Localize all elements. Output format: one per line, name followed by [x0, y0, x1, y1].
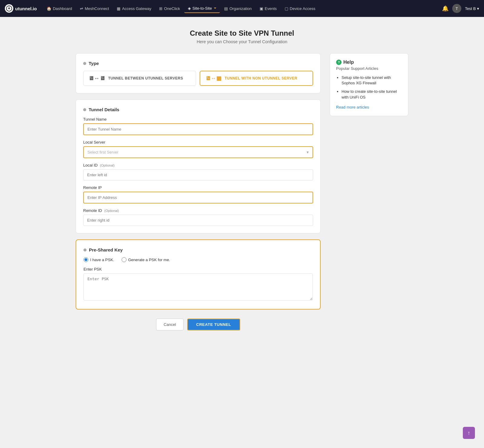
type-option-utunnel[interactable]: 🖥↔🖥 TUNNEL BETWEEN UTUNNEL SERVERS — [83, 71, 196, 86]
page-header: Create Site to Site VPN Tunnel Here you … — [190, 29, 294, 44]
nav-item-meshconnect[interactable]: ⇌ MeshConnect — [76, 5, 113, 13]
local-id-label: Local ID (Optional) — [83, 163, 313, 167]
psk-input-group: Enter PSK — [83, 267, 313, 302]
site-to-site-icon: ◈ — [188, 6, 191, 11]
nav-item-device-access[interactable]: ▢ Device Access — [281, 5, 319, 13]
help-article-1: Setup site-to-site tunnel with Sophos XG… — [342, 75, 402, 86]
scroll-up-arrow-icon: ↑ — [468, 430, 470, 436]
help-article-2: How to create site-to-site tunnel with U… — [342, 89, 402, 100]
read-more-link[interactable]: Read more articles — [336, 105, 369, 109]
notifications-icon[interactable]: 🔔 — [442, 5, 449, 12]
page-title: Create Site to Site VPN Tunnel — [190, 29, 294, 37]
psk-card: Pre-Shared Key I have a PSK. Generate a … — [76, 239, 321, 310]
local-server-select[interactable]: Select first Server — [83, 146, 313, 158]
remote-ip-input[interactable] — [83, 192, 313, 203]
logo-text: utunnel.io — [15, 6, 37, 11]
form-actions: Cancel CREATE TUNNEL — [76, 319, 321, 330]
nav-item-site-to-site[interactable]: ◈ Site-to-Site — [184, 4, 220, 13]
radio-generate-psk[interactable]: Generate a PSK for me. — [122, 257, 170, 262]
remote-id-input[interactable] — [83, 215, 313, 226]
user-dropdown-icon: ▾ — [477, 6, 479, 11]
nav-items: 🏠 Dashboard ⇌ MeshConnect ▦ Access Gatew… — [43, 4, 442, 13]
meshconnect-icon: ⇌ — [80, 6, 83, 11]
help-title: ? Help — [336, 60, 402, 65]
type-dot — [83, 62, 86, 65]
help-articles-list: Setup site-to-site tunnel with Sophos XG… — [336, 75, 402, 100]
nav-item-dashboard[interactable]: 🏠 Dashboard — [43, 5, 76, 13]
type-section-title: Type — [83, 61, 313, 66]
type-card: Type 🖥↔🖥 TUNNEL BETWEEN UTUNNEL SERVERS … — [76, 53, 321, 93]
radio-have-psk[interactable]: I have a PSK. — [83, 257, 114, 262]
page-content: Create Site to Site VPN Tunnel Here you … — [0, 17, 484, 349]
local-server-select-wrapper: Select first Server ▼ — [83, 146, 313, 158]
nav-user-label[interactable]: Test B ▾ — [465, 6, 479, 11]
psk-textarea[interactable] — [83, 273, 313, 300]
nav-item-events[interactable]: ▣ Events — [256, 5, 280, 13]
radio-generate-psk-input[interactable] — [122, 257, 126, 262]
psk-radio-options: I have a PSK. Generate a PSK for me. — [83, 257, 313, 262]
remote-id-label: Remote ID (Optional) — [83, 208, 313, 213]
tunnel-details-card: Tunnel Details Tunnel Name Local Server … — [76, 99, 321, 233]
tunnel-details-section-title: Tunnel Details — [83, 107, 313, 112]
page-subtitle: Here you can Choose your Tunnel Configur… — [190, 39, 294, 44]
psk-dot — [83, 248, 87, 252]
local-server-label: Local Server — [83, 140, 313, 144]
local-id-group: Local ID (Optional) — [83, 163, 313, 180]
remote-ip-label: Remote IP — [83, 185, 313, 190]
help-column: ? Help Popular Support Articles Setup si… — [330, 53, 408, 330]
form-column: Type 🖥↔🖥 TUNNEL BETWEEN UTUNNEL SERVERS … — [76, 53, 321, 330]
nav-item-organization[interactable]: ▤ Organization — [221, 5, 255, 13]
help-subtitle: Popular Support Articles — [336, 66, 402, 71]
nav-item-oneclick[interactable]: ⊞ OneClick — [155, 5, 184, 13]
utunnel-servers-icon: 🖥↔🖥 — [88, 75, 105, 82]
active-dropdown-arrow — [214, 8, 216, 9]
create-tunnel-button[interactable]: CREATE TUNNEL — [187, 319, 240, 330]
local-id-input[interactable] — [83, 169, 313, 180]
radio-have-psk-input[interactable] — [83, 257, 88, 262]
events-icon: ▣ — [260, 6, 263, 11]
type-option-non-utunnel[interactable]: 🖥↔▦ TUNNEL WITH NON UTUNNEL SERVER — [200, 71, 313, 86]
nav-item-access-gateway[interactable]: ▦ Access Gateway — [113, 5, 155, 13]
tunnel-name-group: Tunnel Name — [83, 117, 313, 135]
oneclick-icon: ⊞ — [159, 6, 162, 11]
non-utunnel-server-icon: 🖥↔▦ — [205, 75, 222, 82]
remote-ip-group: Remote IP — [83, 185, 313, 203]
psk-label: Enter PSK — [83, 267, 313, 271]
organization-icon: ▤ — [224, 6, 228, 11]
cancel-button[interactable]: Cancel — [156, 319, 183, 330]
scroll-to-top-button[interactable]: ↑ — [463, 427, 475, 439]
navbar: utunnel.io 🏠 Dashboard ⇌ MeshConnect ▦ A… — [0, 0, 484, 17]
type-options: 🖥↔🖥 TUNNEL BETWEEN UTUNNEL SERVERS 🖥↔▦ T… — [83, 71, 313, 86]
logo-icon — [5, 4, 13, 13]
help-question-icon: ? — [336, 60, 342, 65]
tunnel-name-label: Tunnel Name — [83, 117, 313, 122]
dashboard-icon: 🏠 — [47, 6, 51, 11]
local-server-group: Local Server Select first Server ▼ — [83, 140, 313, 158]
nav-logo[interactable]: utunnel.io — [5, 4, 37, 13]
nav-right: 🔔 T Test B ▾ — [442, 4, 479, 13]
access-gateway-icon: ▦ — [117, 6, 120, 11]
device-access-icon: ▢ — [285, 6, 288, 11]
psk-section-title: Pre-Shared Key — [83, 247, 313, 252]
remote-id-group: Remote ID (Optional) — [83, 208, 313, 226]
help-panel: ? Help Popular Support Articles Setup si… — [330, 53, 408, 116]
main-layout: Type 🖥↔🖥 TUNNEL BETWEEN UTUNNEL SERVERS … — [76, 53, 408, 330]
tunnel-name-input[interactable] — [83, 123, 313, 135]
avatar[interactable]: T — [452, 4, 461, 13]
tunnel-details-dot — [83, 108, 86, 111]
